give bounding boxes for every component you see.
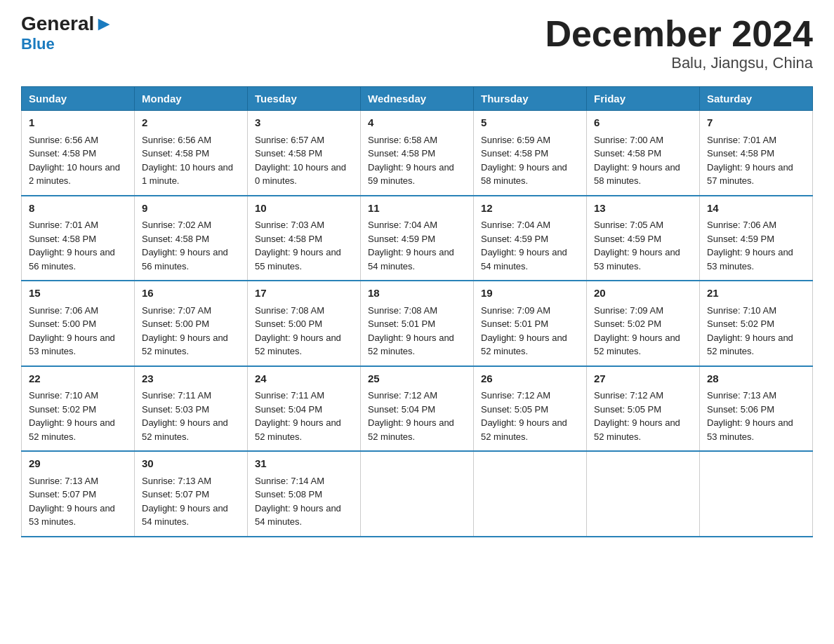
calendar-cell: 5Sunrise: 6:59 AMSunset: 4:58 PMDaylight… [474,111,587,196]
calendar-cell: 6Sunrise: 7:00 AMSunset: 4:58 PMDaylight… [587,111,700,196]
day-header-sunday: Sunday [22,87,135,111]
day-number: 4 [368,115,466,131]
calendar-cell [700,451,813,537]
day-header-monday: Monday [135,87,248,111]
cell-content: Sunrise: 7:08 AMSunset: 5:00 PMDaylight:… [255,304,353,358]
day-number: 11 [368,201,466,217]
cell-content: Sunrise: 7:03 AMSunset: 4:58 PMDaylight:… [255,218,353,273]
day-number: 19 [481,286,579,302]
day-header-wednesday: Wednesday [361,87,474,111]
cell-content: Sunrise: 7:13 AMSunset: 5:07 PMDaylight:… [29,474,127,529]
calendar-cell: 8Sunrise: 7:01 AMSunset: 4:58 PMDaylight… [22,196,135,281]
calendar-cell: 1Sunrise: 6:56 AMSunset: 4:58 PMDaylight… [22,111,135,196]
cell-content: Sunrise: 7:11 AMSunset: 5:04 PMDaylight:… [255,389,353,443]
cell-content: Sunrise: 7:14 AMSunset: 5:08 PMDaylight:… [255,474,353,529]
day-number: 21 [707,286,805,302]
cell-content: Sunrise: 7:10 AMSunset: 5:02 PMDaylight:… [29,389,127,443]
day-number: 13 [594,201,692,217]
calendar-cell [587,451,700,537]
cell-content: Sunrise: 6:59 AMSunset: 4:58 PMDaylight:… [481,133,579,188]
calendar-week-row: 1Sunrise: 6:56 AMSunset: 4:58 PMDaylight… [22,111,813,196]
cell-content: Sunrise: 7:01 AMSunset: 4:58 PMDaylight:… [29,218,127,273]
day-number: 7 [707,115,805,131]
cell-content: Sunrise: 7:10 AMSunset: 5:02 PMDaylight:… [707,304,805,358]
page-title: December 2024 [545,14,813,54]
title-block: December 2024 Balu, Jiangsu, China [545,14,813,72]
day-number: 31 [255,456,353,472]
day-number: 10 [255,201,353,217]
page-subtitle: Balu, Jiangsu, China [545,54,813,72]
calendar-cell: 28Sunrise: 7:13 AMSunset: 5:06 PMDayligh… [700,366,813,452]
calendar-cell: 21Sunrise: 7:10 AMSunset: 5:02 PMDayligh… [700,281,813,366]
cell-content: Sunrise: 6:56 AMSunset: 4:58 PMDaylight:… [29,133,127,188]
calendar-table: SundayMondayTuesdayWednesdayThursdayFrid… [21,86,813,537]
day-number: 2 [142,115,240,131]
day-number: 27 [594,371,692,387]
calendar-week-row: 29Sunrise: 7:13 AMSunset: 5:07 PMDayligh… [22,451,813,537]
page-header: General► Blue December 2024 Balu, Jiangs… [21,14,813,72]
day-number: 1 [29,115,127,131]
calendar-cell: 12Sunrise: 7:04 AMSunset: 4:59 PMDayligh… [474,196,587,281]
calendar-cell: 30Sunrise: 7:13 AMSunset: 5:07 PMDayligh… [135,451,248,537]
calendar-cell: 29Sunrise: 7:13 AMSunset: 5:07 PMDayligh… [22,451,135,537]
day-header-friday: Friday [587,87,700,111]
cell-content: Sunrise: 7:06 AMSunset: 5:00 PMDaylight:… [29,304,127,358]
calendar-cell: 24Sunrise: 7:11 AMSunset: 5:04 PMDayligh… [248,366,361,452]
cell-content: Sunrise: 6:57 AMSunset: 4:58 PMDaylight:… [255,133,353,188]
calendar-cell: 7Sunrise: 7:01 AMSunset: 4:58 PMDaylight… [700,111,813,196]
day-number: 5 [481,115,579,131]
day-number: 6 [594,115,692,131]
cell-content: Sunrise: 7:02 AMSunset: 4:58 PMDaylight:… [142,218,240,273]
day-number: 9 [142,201,240,217]
day-header-saturday: Saturday [700,87,813,111]
day-header-thursday: Thursday [474,87,587,111]
cell-content: Sunrise: 7:12 AMSunset: 5:05 PMDaylight:… [594,389,692,443]
calendar-cell: 25Sunrise: 7:12 AMSunset: 5:04 PMDayligh… [361,366,474,452]
calendar-cell: 22Sunrise: 7:10 AMSunset: 5:02 PMDayligh… [22,366,135,452]
calendar-cell: 27Sunrise: 7:12 AMSunset: 5:05 PMDayligh… [587,366,700,452]
cell-content: Sunrise: 7:13 AMSunset: 5:07 PMDaylight:… [142,474,240,529]
day-number: 8 [29,201,127,217]
cell-content: Sunrise: 7:12 AMSunset: 5:05 PMDaylight:… [481,389,579,443]
calendar-body: 1Sunrise: 6:56 AMSunset: 4:58 PMDaylight… [22,111,813,537]
calendar-week-row: 8Sunrise: 7:01 AMSunset: 4:58 PMDaylight… [22,196,813,281]
calendar-cell: 19Sunrise: 7:09 AMSunset: 5:01 PMDayligh… [474,281,587,366]
day-number: 22 [29,371,127,387]
calendar-cell: 16Sunrise: 7:07 AMSunset: 5:00 PMDayligh… [135,281,248,366]
logo-top: General► [21,14,114,34]
cell-content: Sunrise: 7:04 AMSunset: 4:59 PMDaylight:… [481,218,579,273]
cell-content: Sunrise: 7:13 AMSunset: 5:06 PMDaylight:… [707,389,805,443]
cell-content: Sunrise: 7:01 AMSunset: 4:58 PMDaylight:… [707,133,805,188]
cell-content: Sunrise: 6:56 AMSunset: 4:58 PMDaylight:… [142,133,240,188]
calendar-cell: 2Sunrise: 6:56 AMSunset: 4:58 PMDaylight… [135,111,248,196]
calendar-week-row: 15Sunrise: 7:06 AMSunset: 5:00 PMDayligh… [22,281,813,366]
calendar-cell: 15Sunrise: 7:06 AMSunset: 5:00 PMDayligh… [22,281,135,366]
day-number: 14 [707,201,805,217]
calendar-cell: 13Sunrise: 7:05 AMSunset: 4:59 PMDayligh… [587,196,700,281]
calendar-cell [474,451,587,537]
cell-content: Sunrise: 7:00 AMSunset: 4:58 PMDaylight:… [594,133,692,188]
calendar-cell: 11Sunrise: 7:04 AMSunset: 4:59 PMDayligh… [361,196,474,281]
calendar-cell: 23Sunrise: 7:11 AMSunset: 5:03 PMDayligh… [135,366,248,452]
calendar-cell: 18Sunrise: 7:08 AMSunset: 5:01 PMDayligh… [361,281,474,366]
cell-content: Sunrise: 7:07 AMSunset: 5:00 PMDaylight:… [142,304,240,358]
calendar-cell [361,451,474,537]
day-number: 26 [481,371,579,387]
day-number: 30 [142,456,240,472]
day-header-tuesday: Tuesday [248,87,361,111]
day-number: 12 [481,201,579,217]
calendar-cell: 4Sunrise: 6:58 AMSunset: 4:58 PMDaylight… [361,111,474,196]
cell-content: Sunrise: 7:12 AMSunset: 5:04 PMDaylight:… [368,389,466,443]
calendar-cell: 17Sunrise: 7:08 AMSunset: 5:00 PMDayligh… [248,281,361,366]
calendar-cell: 3Sunrise: 6:57 AMSunset: 4:58 PMDaylight… [248,111,361,196]
logo-bottom: Blue [21,35,55,53]
cell-content: Sunrise: 7:09 AMSunset: 5:02 PMDaylight:… [594,304,692,358]
calendar-cell: 20Sunrise: 7:09 AMSunset: 5:02 PMDayligh… [587,281,700,366]
day-number: 24 [255,371,353,387]
cell-content: Sunrise: 7:08 AMSunset: 5:01 PMDaylight:… [368,304,466,358]
day-number: 20 [594,286,692,302]
day-number: 25 [368,371,466,387]
logo: General► Blue [21,14,114,53]
calendar-cell: 26Sunrise: 7:12 AMSunset: 5:05 PMDayligh… [474,366,587,452]
day-number: 17 [255,286,353,302]
